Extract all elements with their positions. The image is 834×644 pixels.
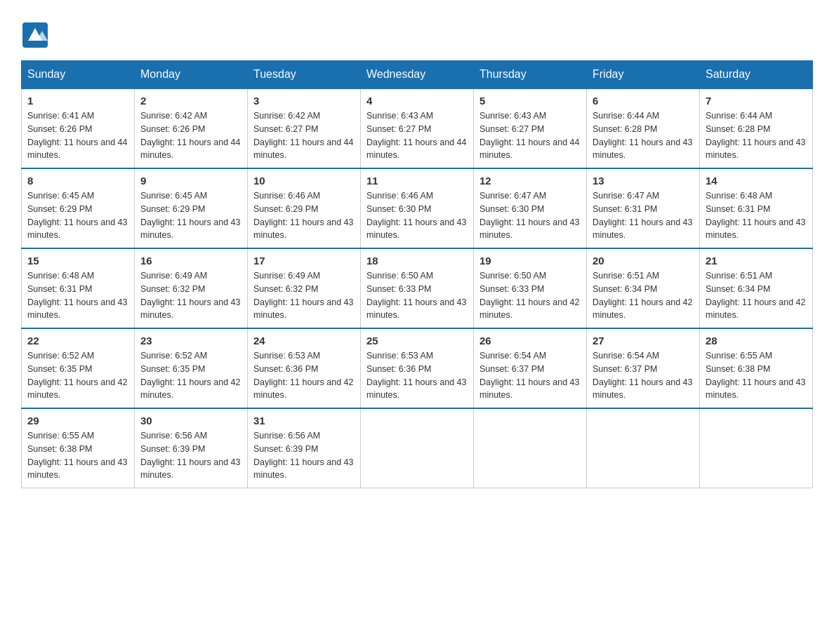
calendar-day-cell: 7 Sunrise: 6:44 AM Sunset: 6:28 PM Dayli… (700, 88, 813, 168)
day-info: Sunrise: 6:51 AM Sunset: 6:34 PM Dayligh… (706, 269, 807, 322)
day-number: 15 (27, 255, 128, 267)
day-info: Sunrise: 6:45 AM Sunset: 6:29 PM Dayligh… (140, 189, 241, 242)
day-info: Sunrise: 6:52 AM Sunset: 6:35 PM Dayligh… (140, 349, 241, 402)
page-header (21, 21, 813, 46)
day-info: Sunrise: 6:45 AM Sunset: 6:29 PM Dayligh… (27, 189, 128, 242)
day-number: 3 (253, 95, 355, 107)
calendar-day-cell: 2 Sunrise: 6:42 AM Sunset: 6:26 PM Dayli… (135, 88, 248, 168)
logo-icon (21, 21, 46, 46)
calendar-day-cell: 21 Sunrise: 6:51 AM Sunset: 6:34 PM Dayl… (700, 248, 813, 328)
day-number: 26 (479, 335, 581, 347)
day-number: 5 (479, 95, 581, 107)
day-info: Sunrise: 6:44 AM Sunset: 6:28 PM Dayligh… (593, 109, 694, 162)
day-info: Sunrise: 6:48 AM Sunset: 6:31 PM Dayligh… (706, 189, 807, 242)
day-number: 24 (253, 335, 355, 347)
day-number: 4 (366, 95, 468, 107)
day-info: Sunrise: 6:54 AM Sunset: 6:37 PM Dayligh… (479, 349, 581, 402)
day-number: 10 (253, 175, 355, 187)
day-number: 20 (593, 255, 694, 267)
calendar-day-cell: 24 Sunrise: 6:53 AM Sunset: 6:36 PM Dayl… (248, 328, 361, 408)
day-number: 6 (593, 95, 694, 107)
calendar-day-cell: 12 Sunrise: 6:47 AM Sunset: 6:30 PM Dayl… (474, 168, 587, 248)
day-number: 9 (140, 175, 241, 187)
day-number: 31 (253, 415, 355, 427)
day-info: Sunrise: 6:47 AM Sunset: 6:30 PM Dayligh… (479, 189, 581, 242)
day-number: 27 (593, 335, 694, 347)
day-info: Sunrise: 6:43 AM Sunset: 6:27 PM Dayligh… (479, 109, 581, 162)
logo (21, 21, 49, 46)
calendar-day-cell: 18 Sunrise: 6:50 AM Sunset: 6:33 PM Dayl… (361, 248, 474, 328)
day-info: Sunrise: 6:50 AM Sunset: 6:33 PM Dayligh… (479, 269, 581, 322)
day-info: Sunrise: 6:56 AM Sunset: 6:39 PM Dayligh… (253, 429, 355, 482)
day-number: 16 (140, 255, 241, 267)
day-info: Sunrise: 6:55 AM Sunset: 6:38 PM Dayligh… (27, 429, 128, 482)
day-of-week-header: Monday (135, 61, 248, 89)
calendar-day-cell: 29 Sunrise: 6:55 AM Sunset: 6:38 PM Dayl… (22, 408, 135, 488)
day-number: 29 (27, 415, 128, 427)
day-number: 2 (140, 95, 241, 107)
calendar-day-cell: 27 Sunrise: 6:54 AM Sunset: 6:37 PM Dayl… (587, 328, 700, 408)
calendar-day-cell: 26 Sunrise: 6:54 AM Sunset: 6:37 PM Dayl… (474, 328, 587, 408)
day-number: 7 (706, 95, 807, 107)
calendar-day-cell: 1 Sunrise: 6:41 AM Sunset: 6:26 PM Dayli… (22, 88, 135, 168)
day-number: 30 (140, 415, 241, 427)
calendar-day-cell: 31 Sunrise: 6:56 AM Sunset: 6:39 PM Dayl… (248, 408, 361, 488)
calendar-day-cell: 5 Sunrise: 6:43 AM Sunset: 6:27 PM Dayli… (474, 88, 587, 168)
day-number: 17 (253, 255, 355, 267)
day-number: 18 (366, 255, 468, 267)
calendar-day-cell: 6 Sunrise: 6:44 AM Sunset: 6:28 PM Dayli… (587, 88, 700, 168)
day-info: Sunrise: 6:42 AM Sunset: 6:27 PM Dayligh… (253, 109, 355, 162)
calendar-day-cell: 20 Sunrise: 6:51 AM Sunset: 6:34 PM Dayl… (587, 248, 700, 328)
calendar-day-cell: 30 Sunrise: 6:56 AM Sunset: 6:39 PM Dayl… (135, 408, 248, 488)
calendar-day-cell: 17 Sunrise: 6:49 AM Sunset: 6:32 PM Dayl… (248, 248, 361, 328)
day-info: Sunrise: 6:47 AM Sunset: 6:31 PM Dayligh… (593, 189, 694, 242)
day-number: 25 (366, 335, 468, 347)
day-number: 19 (479, 255, 581, 267)
calendar-day-cell (700, 408, 813, 488)
day-info: Sunrise: 6:53 AM Sunset: 6:36 PM Dayligh… (366, 349, 468, 402)
day-number: 23 (140, 335, 241, 347)
calendar-day-cell (474, 408, 587, 488)
calendar-day-cell: 9 Sunrise: 6:45 AM Sunset: 6:29 PM Dayli… (135, 168, 248, 248)
day-info: Sunrise: 6:48 AM Sunset: 6:31 PM Dayligh… (27, 269, 128, 322)
calendar-day-cell: 19 Sunrise: 6:50 AM Sunset: 6:33 PM Dayl… (474, 248, 587, 328)
calendar-day-cell: 4 Sunrise: 6:43 AM Sunset: 6:27 PM Dayli… (361, 88, 474, 168)
day-number: 12 (479, 175, 581, 187)
day-number: 21 (706, 255, 807, 267)
calendar-week-row: 15 Sunrise: 6:48 AM Sunset: 6:31 PM Dayl… (22, 248, 813, 328)
day-of-week-header: Tuesday (248, 61, 361, 89)
calendar-day-cell (587, 408, 700, 488)
day-number: 8 (27, 175, 128, 187)
calendar-week-row: 1 Sunrise: 6:41 AM Sunset: 6:26 PM Dayli… (22, 88, 813, 168)
day-info: Sunrise: 6:54 AM Sunset: 6:37 PM Dayligh… (593, 349, 694, 402)
day-number: 14 (706, 175, 807, 187)
calendar-day-cell: 11 Sunrise: 6:46 AM Sunset: 6:30 PM Dayl… (361, 168, 474, 248)
day-of-week-header: Friday (587, 61, 700, 89)
calendar-day-cell: 16 Sunrise: 6:49 AM Sunset: 6:32 PM Dayl… (135, 248, 248, 328)
calendar-day-cell: 22 Sunrise: 6:52 AM Sunset: 6:35 PM Dayl… (22, 328, 135, 408)
day-info: Sunrise: 6:55 AM Sunset: 6:38 PM Dayligh… (706, 349, 807, 402)
day-info: Sunrise: 6:41 AM Sunset: 6:26 PM Dayligh… (27, 109, 128, 162)
day-number: 11 (366, 175, 468, 187)
calendar-header-row: SundayMondayTuesdayWednesdayThursdayFrid… (22, 61, 813, 89)
day-info: Sunrise: 6:50 AM Sunset: 6:33 PM Dayligh… (366, 269, 468, 322)
day-of-week-header: Saturday (700, 61, 813, 89)
day-info: Sunrise: 6:46 AM Sunset: 6:30 PM Dayligh… (366, 189, 468, 242)
day-number: 13 (593, 175, 694, 187)
calendar-day-cell: 13 Sunrise: 6:47 AM Sunset: 6:31 PM Dayl… (587, 168, 700, 248)
day-info: Sunrise: 6:44 AM Sunset: 6:28 PM Dayligh… (706, 109, 807, 162)
day-info: Sunrise: 6:49 AM Sunset: 6:32 PM Dayligh… (140, 269, 241, 322)
calendar-day-cell: 15 Sunrise: 6:48 AM Sunset: 6:31 PM Dayl… (22, 248, 135, 328)
calendar-week-row: 22 Sunrise: 6:52 AM Sunset: 6:35 PM Dayl… (22, 328, 813, 408)
day-info: Sunrise: 6:42 AM Sunset: 6:26 PM Dayligh… (140, 109, 241, 162)
calendar-day-cell: 8 Sunrise: 6:45 AM Sunset: 6:29 PM Dayli… (22, 168, 135, 248)
calendar-day-cell: 14 Sunrise: 6:48 AM Sunset: 6:31 PM Dayl… (700, 168, 813, 248)
calendar-day-cell: 3 Sunrise: 6:42 AM Sunset: 6:27 PM Dayli… (248, 88, 361, 168)
day-number: 28 (706, 335, 807, 347)
calendar-day-cell (361, 408, 474, 488)
calendar-table: SundayMondayTuesdayWednesdayThursdayFrid… (21, 60, 813, 488)
calendar-day-cell: 10 Sunrise: 6:46 AM Sunset: 6:29 PM Dayl… (248, 168, 361, 248)
calendar-week-row: 29 Sunrise: 6:55 AM Sunset: 6:38 PM Dayl… (22, 408, 813, 488)
calendar-week-row: 8 Sunrise: 6:45 AM Sunset: 6:29 PM Dayli… (22, 168, 813, 248)
day-info: Sunrise: 6:43 AM Sunset: 6:27 PM Dayligh… (366, 109, 468, 162)
